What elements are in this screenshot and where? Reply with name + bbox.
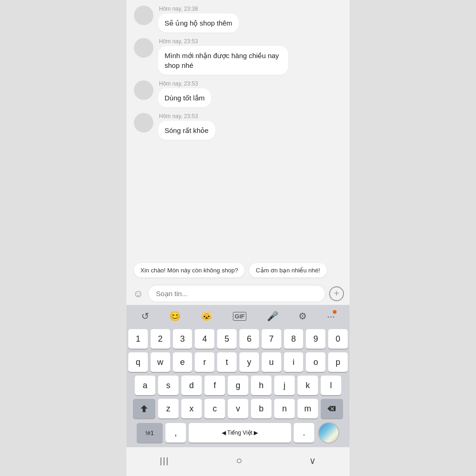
message-group-4: Hôm nay, 23:53 Sóng rất khỏe [134,113,342,140]
message-group-2: Hôm nay, 23:53 Mình mới nhận được hàng c… [134,38,342,75]
message-time-4: Hôm nay, 23:53 [159,113,215,119]
message-time-2: Hôm nay, 23:53 [159,38,288,45]
quick-replies: Xin chào! Món này còn không shop? Cảm ơn… [126,259,350,282]
symbols-key[interactable]: !#1 [137,423,163,443]
more-tools-button[interactable]: ··· [324,309,339,324]
key-w[interactable]: w [151,352,170,372]
message-group-3: Hôm nay, 23:53 Dùng tốt lắm [134,80,342,107]
quick-reply-2[interactable]: Cảm ơn bạn nhiều nhé! [249,263,326,278]
nav-menu-button[interactable]: ||| [151,454,178,468]
settings-tool-button[interactable]: ⚙ [295,309,311,324]
add-attachment-button[interactable]: + [329,286,344,301]
message-bubble-2: Mình mới nhận được hàng chiều nay shop n… [158,46,288,75]
key-3[interactable]: 3 [173,329,192,349]
nav-back-button[interactable]: ∨ [300,453,325,468]
key-q[interactable]: q [128,352,148,372]
notification-dot [333,310,337,314]
key-z[interactable]: z [158,399,178,418]
message-group-1: Hôm nay, 23:38 Sẽ ủng hộ shop thêm [134,6,342,33]
key-j[interactable]: j [274,376,295,395]
message-time-1: Hôm nay, 23:38 [159,6,239,12]
key-d[interactable]: d [181,376,202,395]
shift-key[interactable] [133,399,155,418]
phone-container: Hôm nay, 23:38 Sẽ ủng hộ shop thêm Hôm n… [126,0,350,476]
quick-reply-1[interactable]: Xin chào! Món này còn không shop? [134,263,245,278]
key-u[interactable]: u [262,352,281,372]
key-9[interactable]: 9 [306,329,325,349]
key-a[interactable]: a [135,376,155,395]
key-t[interactable]: t [217,352,237,372]
message-content-1: Hôm nay, 23:38 Sẽ ủng hộ shop thêm [158,6,239,33]
message-row-2: Hôm nay, 23:53 Mình mới nhận được hàng c… [134,38,342,75]
message-input[interactable] [148,285,325,302]
key-4[interactable]: 4 [195,329,214,349]
message-content-4: Hôm nay, 23:53 Sóng rất khỏe [158,113,215,140]
input-area: ☺ + [126,282,350,305]
message-content-2: Hôm nay, 23:53 Mình mới nhận được hàng c… [158,38,288,75]
key-h[interactable]: h [251,376,271,395]
key-s[interactable]: s [158,376,178,395]
key-g[interactable]: g [228,376,248,395]
key-k[interactable]: k [298,376,318,395]
key-8[interactable]: 8 [284,329,304,349]
message-row-4: Hôm nay, 23:53 Sóng rất khỏe [134,113,342,140]
message-bubble-4: Sóng rất khỏe [158,121,215,140]
key-e[interactable]: e [173,352,192,372]
key-l[interactable]: l [321,376,341,395]
key-p[interactable]: p [328,352,348,372]
keyboard-row-zxcv: z x c v b n m [128,399,348,418]
period-key[interactable]: . [294,423,314,443]
key-5[interactable]: 5 [217,329,237,349]
key-1[interactable]: 1 [128,329,148,349]
key-o[interactable]: o [306,352,325,372]
avatar-4 [134,113,153,132]
key-6[interactable]: 6 [239,329,259,349]
keyboard-row-qwerty: q w e r t y u i o p [128,352,348,372]
keyboard-row-asdf: a s d f g h j k l [128,376,348,395]
navigation-bar: ||| ○ ∨ [126,447,350,476]
message-content-3: Hôm nay, 23:53 Dùng tốt lắm [158,80,211,107]
key-b[interactable]: b [251,399,271,418]
keyboard-switch-button[interactable]: ↺ [138,309,153,324]
key-r[interactable]: r [195,352,214,372]
key-0[interactable]: 0 [328,329,348,349]
message-bubble-1: Sẽ ủng hộ shop thêm [158,13,239,33]
delete-key[interactable] [321,399,343,418]
key-7[interactable]: 7 [262,329,281,349]
nav-home-button[interactable]: ○ [227,453,251,469]
keyboard-toolbar: ↺ 😊 🐱 GIF 🎤 ⚙ ··· [126,305,350,327]
avatar-1 [134,6,153,25]
key-y[interactable]: y [239,352,259,372]
keyboard-row-numbers: 1 2 3 4 5 6 7 8 9 0 [128,329,348,349]
gif-tool-button[interactable]: GIF [229,310,251,323]
key-i[interactable]: i [284,352,304,372]
emoji-tool-button[interactable]: 😊 [165,309,185,324]
space-key[interactable]: ◀ Tiếng Việt ▶ [189,423,291,443]
key-f[interactable]: f [205,376,225,395]
keyboard-row-bottom: !#1 , ◀ Tiếng Việt ▶ . [128,422,348,443]
key-n[interactable]: n [274,399,295,418]
message-time-3: Hôm nay, 23:53 [159,80,211,87]
key-m[interactable]: m [298,399,318,418]
sticker-tool-button[interactable]: 🐱 [197,309,216,324]
avatar-3 [134,80,153,100]
emoji-button[interactable]: ☺ [132,288,144,300]
message-row-3: Hôm nay, 23:53 Dùng tốt lắm [134,80,342,107]
key-2[interactable]: 2 [151,329,170,349]
message-row-1: Hôm nay, 23:38 Sẽ ủng hộ shop thêm [134,6,342,33]
user-avatar-keyboard[interactable] [318,422,339,443]
mic-tool-button[interactable]: 🎤 [263,309,282,324]
key-x[interactable]: x [181,399,202,418]
keyboard: 1 2 3 4 5 6 7 8 9 0 q w e r t y u i o p … [126,327,350,447]
chat-area: Hôm nay, 23:38 Sẽ ủng hộ shop thêm Hôm n… [126,0,350,259]
key-c[interactable]: c [205,399,225,418]
message-bubble-3: Dùng tốt lắm [158,88,211,107]
key-v[interactable]: v [228,399,248,418]
avatar-2 [134,38,153,58]
comma-key[interactable]: , [165,423,186,443]
